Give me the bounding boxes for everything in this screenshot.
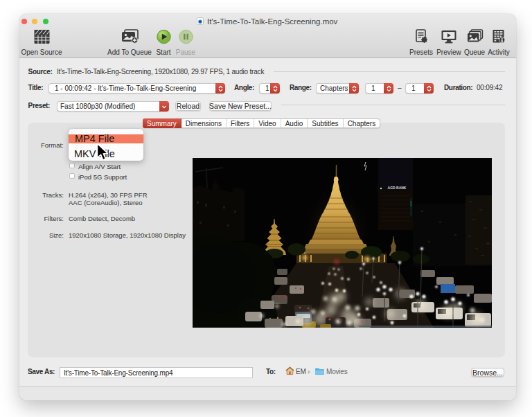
svg-text:AGD BANK: AGD BANK: [388, 186, 407, 190]
